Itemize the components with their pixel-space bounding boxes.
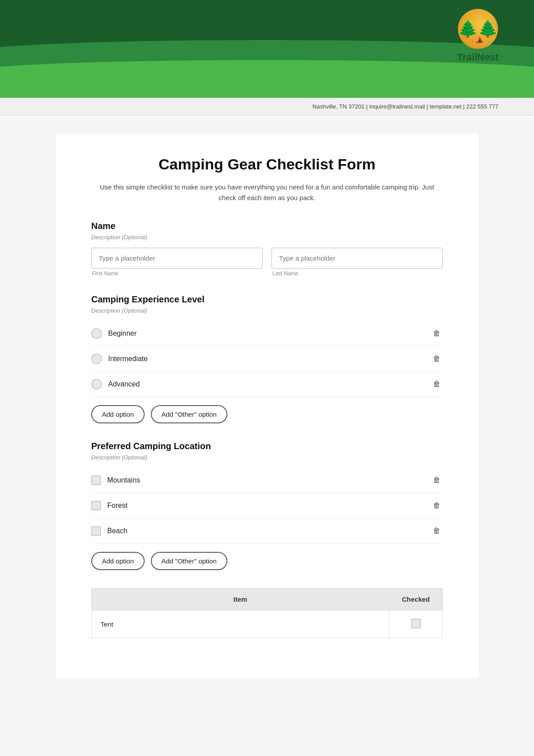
location-option-text-1: Forest bbox=[107, 502, 127, 510]
location-option-row-1: Forest bbox=[91, 493, 443, 519]
location-option-left-2: Beach bbox=[91, 526, 127, 536]
name-section-desc: Description (Optional) bbox=[91, 234, 443, 241]
location-delete-0[interactable] bbox=[430, 474, 443, 487]
experience-option-row-2: Advanced bbox=[91, 372, 443, 397]
experience-add-buttons: Add option Add "Other" option bbox=[91, 405, 443, 423]
location-add-option-button[interactable]: Add option bbox=[91, 552, 145, 570]
experience-option-left-1: Intermediate bbox=[91, 354, 148, 364]
location-option-left-0: Mountains bbox=[91, 475, 140, 485]
location-section-label: Preferred Camping Location bbox=[91, 441, 443, 451]
experience-option-text-0: Beginner bbox=[108, 330, 137, 338]
experience-delete-1[interactable] bbox=[430, 353, 443, 365]
experience-option-row-0: Beginner bbox=[91, 321, 443, 346]
last-name-input[interactable] bbox=[271, 248, 443, 269]
main-content: Camping Gear Checklist Form Use this sim… bbox=[56, 133, 478, 678]
experience-option-text-2: Advanced bbox=[108, 380, 140, 388]
first-name-field: First Name bbox=[91, 248, 263, 277]
experience-delete-2[interactable] bbox=[430, 378, 443, 390]
experience-section: Camping Experience Level Description (Op… bbox=[91, 294, 443, 423]
experience-option-text-1: Intermediate bbox=[108, 355, 148, 363]
location-checkbox-2[interactable] bbox=[91, 526, 101, 536]
checklist-checkbox-tent[interactable] bbox=[411, 619, 421, 628]
experience-option-left-0: Beginner bbox=[91, 328, 137, 339]
location-add-other-button[interactable]: Add "Other" option bbox=[151, 552, 227, 570]
last-name-field: Last Name bbox=[271, 248, 443, 277]
logo-circle: 🌲🌲 ⛺ bbox=[458, 9, 498, 49]
location-option-row-0: Mountains bbox=[91, 468, 443, 493]
experience-option-left-2: Advanced bbox=[91, 379, 140, 390]
experience-radio-2[interactable] bbox=[91, 379, 102, 390]
contact-bar: Nashville, TN 37201 | inquire@trailnest.… bbox=[0, 98, 534, 116]
table-row: Tent bbox=[92, 611, 443, 638]
col-item-header: Item bbox=[92, 588, 389, 611]
location-add-buttons: Add option Add "Other" option bbox=[91, 552, 443, 570]
checklist-item-tent: Tent bbox=[92, 611, 389, 638]
location-option-text-0: Mountains bbox=[107, 476, 140, 484]
col-checked-header: Checked bbox=[389, 588, 443, 611]
location-checkbox-1[interactable] bbox=[91, 501, 101, 511]
name-section-label: Name bbox=[91, 221, 443, 231]
location-delete-2[interactable] bbox=[430, 525, 443, 537]
location-section: Preferred Camping Location Description (… bbox=[91, 441, 443, 570]
location-section-desc: Description (Optional) bbox=[91, 454, 443, 461]
checklist-table: Item Checked Tent bbox=[91, 588, 443, 638]
experience-section-label: Camping Experience Level bbox=[91, 294, 443, 305]
checklist-section: Item Checked Tent bbox=[91, 588, 443, 638]
location-option-left-1: Forest bbox=[91, 501, 127, 511]
form-subtitle: Use this simple checklist to make sure y… bbox=[91, 182, 443, 203]
first-name-input[interactable] bbox=[91, 248, 263, 269]
checklist-body: Tent bbox=[92, 611, 443, 638]
logo-tent-icon: ⛺ bbox=[472, 32, 484, 44]
logo-name: TrailNest bbox=[457, 52, 498, 63]
experience-add-option-button[interactable]: Add option bbox=[91, 405, 145, 423]
experience-add-other-button[interactable]: Add "Other" option bbox=[151, 405, 227, 423]
location-option-row-2: Beach bbox=[91, 519, 443, 544]
logo-area: 🌲🌲 ⛺ TrailNest bbox=[457, 9, 498, 63]
location-delete-1[interactable] bbox=[430, 499, 443, 512]
header-wave-light bbox=[0, 60, 534, 98]
header: 🌲🌲 ⛺ TrailNest bbox=[0, 0, 534, 98]
experience-radio-1[interactable] bbox=[91, 354, 102, 364]
location-option-text-2: Beach bbox=[107, 527, 127, 535]
first-name-sublabel: First Name bbox=[91, 270, 263, 277]
name-section: Name Description (Optional) First Name L… bbox=[91, 221, 443, 277]
experience-option-row-1: Intermediate bbox=[91, 346, 443, 372]
last-name-sublabel: Last Name bbox=[271, 270, 443, 277]
form-title: Camping Gear Checklist Form bbox=[91, 156, 443, 173]
experience-delete-0[interactable] bbox=[430, 327, 443, 340]
checklist-header: Item Checked bbox=[92, 588, 443, 611]
experience-section-desc: Description (Optional) bbox=[91, 307, 443, 314]
contact-info: Nashville, TN 37201 | inquire@trailnest.… bbox=[312, 103, 498, 110]
name-fields-row: First Name Last Name bbox=[91, 248, 443, 277]
location-checkbox-0[interactable] bbox=[91, 475, 101, 485]
checklist-checked-tent bbox=[389, 611, 443, 638]
checklist-header-row: Item Checked bbox=[92, 588, 443, 611]
experience-radio-0[interactable] bbox=[91, 328, 102, 339]
